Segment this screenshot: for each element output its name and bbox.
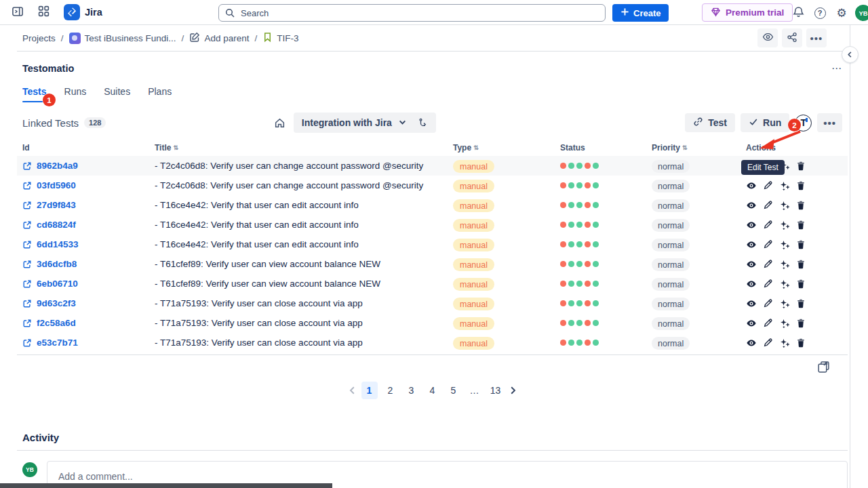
edit-test-icon[interactable] <box>763 200 773 210</box>
col-status[interactable]: Status <box>560 143 585 152</box>
table-row[interactable]: 03fd5960 - T2c4c06d8: Verify user can ch… <box>17 176 848 195</box>
ai-generate-icon[interactable] <box>779 180 790 191</box>
delete-test-icon[interactable] <box>796 239 806 249</box>
pagination-prev[interactable] <box>349 386 357 394</box>
test-id-link[interactable]: 6dd14533 <box>37 239 79 249</box>
external-link-icon[interactable] <box>22 161 32 171</box>
tab-runs[interactable]: Runs <box>64 86 87 102</box>
branch-dropdown[interactable]: Integration with Jira <box>294 113 436 133</box>
test-id-link[interactable]: e53c7b71 <box>37 338 78 348</box>
app-switcher-button[interactable] <box>34 3 53 22</box>
view-test-icon[interactable] <box>746 298 757 309</box>
external-link-icon[interactable] <box>22 279 32 289</box>
bulk-select-button[interactable] <box>817 361 830 373</box>
pagination-page-5[interactable]: 5 <box>446 382 462 399</box>
breadcrumb-projects[interactable]: Projects <box>22 33 56 43</box>
ai-generate-icon[interactable] <box>779 239 790 250</box>
edit-test-icon[interactable] <box>763 259 773 269</box>
profile-button[interactable]: YB <box>854 3 868 22</box>
ai-generate-icon[interactable] <box>779 318 790 329</box>
table-row[interactable]: 8962b4a9 - T2c4c06d8: Verify user can ch… <box>17 156 848 176</box>
external-link-icon[interactable] <box>22 240 32 249</box>
ai-generate-icon[interactable] <box>779 298 790 309</box>
pagination-page-2[interactable]: 2 <box>382 382 399 399</box>
view-test-icon[interactable] <box>746 239 757 250</box>
col-title[interactable]: Title <box>155 143 171 152</box>
view-test-icon[interactable] <box>746 259 757 270</box>
delete-test-icon[interactable] <box>796 298 806 308</box>
pagination-page-13[interactable]: 13 <box>488 382 504 399</box>
branch-icon[interactable] <box>418 118 428 127</box>
view-test-icon[interactable] <box>746 200 757 211</box>
delete-test-icon[interactable] <box>796 259 806 269</box>
breadcrumb-issue[interactable]: TIF-3 <box>262 32 298 44</box>
link-test-button[interactable]: Test <box>685 113 735 132</box>
edit-test-icon[interactable] <box>763 298 773 308</box>
collapse-panel-button[interactable] <box>842 46 859 63</box>
test-id-link[interactable]: 9d63c2f3 <box>37 298 76 308</box>
settings-button[interactable]: ⚙ <box>832 3 851 22</box>
view-test-icon[interactable] <box>746 338 757 348</box>
delete-test-icon[interactable] <box>796 279 806 289</box>
view-test-icon[interactable] <box>746 220 757 230</box>
home-icon[interactable] <box>274 117 285 129</box>
delete-test-icon[interactable] <box>796 180 806 190</box>
run-button[interactable]: Run <box>741 113 789 132</box>
watch-button[interactable] <box>757 28 778 47</box>
sort-icon[interactable]: ⇅ <box>682 144 688 151</box>
test-id-link[interactable]: 27d9f843 <box>37 200 76 210</box>
pagination-next[interactable] <box>509 386 517 394</box>
external-link-icon[interactable] <box>22 260 32 269</box>
table-row[interactable]: 6dd14533 - T16ce4e42: Verify that user c… <box>17 235 848 254</box>
col-type[interactable]: Type <box>453 143 471 152</box>
tab-plans[interactable]: Plans <box>148 86 172 102</box>
pagination-page-4[interactable]: 4 <box>425 382 441 399</box>
ai-generate-icon[interactable] <box>779 259 790 270</box>
create-button[interactable]: Create <box>612 4 669 22</box>
table-row[interactable]: 3d6dcfb8 - T61cfef89: Verify user can vi… <box>17 254 848 274</box>
external-link-icon[interactable] <box>22 201 32 210</box>
test-id-link[interactable]: cd68824f <box>37 220 76 230</box>
table-row[interactable]: 27d9f843 - T16ce4e42: Verify that user c… <box>17 195 848 215</box>
external-link-icon[interactable] <box>22 319 32 328</box>
edit-test-icon[interactable] <box>763 239 773 249</box>
external-link-icon[interactable] <box>22 299 32 308</box>
view-test-icon[interactable] <box>746 180 757 191</box>
test-id-link[interactable]: 03fd5960 <box>37 180 76 190</box>
delete-test-icon[interactable] <box>796 161 806 171</box>
table-row[interactable]: 6eb06710 - T61cfef89: Verify user can vi… <box>17 274 848 293</box>
tab-suites[interactable]: Suites <box>104 86 130 102</box>
help-button[interactable]: ? <box>810 3 829 22</box>
pagination-page-3[interactable]: 3 <box>403 382 420 399</box>
search-input[interactable] <box>218 4 606 22</box>
ai-generate-icon[interactable] <box>779 220 790 230</box>
global-search[interactable] <box>218 4 606 22</box>
pagination-page-1[interactable]: 1 <box>361 382 378 399</box>
edit-test-icon[interactable] <box>763 318 773 328</box>
edit-test-icon[interactable] <box>763 220 773 230</box>
toolbar-more-button[interactable]: ••• <box>817 113 842 132</box>
add-parent-button[interactable]: Add parent <box>189 32 249 45</box>
external-link-icon[interactable] <box>22 181 32 190</box>
sort-icon[interactable]: ⇅ <box>173 144 178 151</box>
delete-test-icon[interactable] <box>796 338 806 348</box>
delete-test-icon[interactable] <box>796 220 806 230</box>
view-test-icon[interactable] <box>746 279 757 289</box>
table-row[interactable]: f2c58a6d - T71a75193: Verify user can cl… <box>17 313 848 333</box>
external-link-icon[interactable] <box>22 338 32 348</box>
delete-test-icon[interactable] <box>796 318 806 328</box>
delete-test-icon[interactable] <box>796 200 806 210</box>
jira-home-link[interactable]: Jira <box>64 4 102 20</box>
breadcrumb-project[interactable]: Test iBusiness Fundi... <box>69 33 176 44</box>
test-id-link[interactable]: 3d6dcfb8 <box>37 259 77 269</box>
edit-test-icon[interactable] <box>763 180 773 190</box>
test-id-link[interactable]: 6eb06710 <box>37 279 78 289</box>
edit-test-icon[interactable] <box>763 279 773 289</box>
test-id-link[interactable]: f2c58a6d <box>37 318 76 328</box>
ai-generate-icon[interactable] <box>779 200 790 211</box>
notifications-button[interactable] <box>789 3 808 22</box>
table-row[interactable]: 9d63c2f3 - T71a75193: Verify user can cl… <box>17 293 848 313</box>
ai-generate-icon[interactable] <box>779 279 790 289</box>
share-button[interactable] <box>782 28 802 47</box>
sort-icon[interactable]: ⇅ <box>473 144 479 151</box>
